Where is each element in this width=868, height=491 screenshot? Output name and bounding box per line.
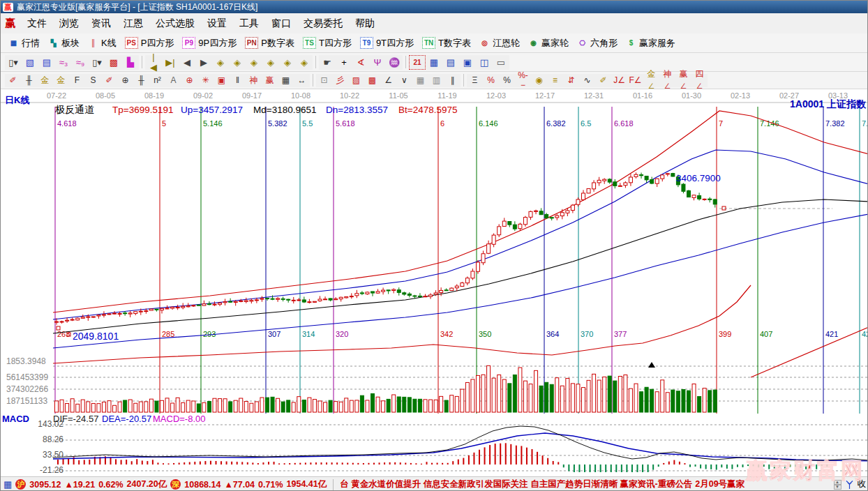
tool-percent-red[interactable]: %: [483, 74, 499, 87]
toolbar-quotes-button[interactable]: ▦行情: [5, 36, 43, 51]
menu-item-9[interactable]: 帮助: [349, 15, 381, 32]
tool-zoom-left[interactable]: ◈: [212, 55, 229, 70]
tool-printer[interactable]: ▭: [493, 55, 509, 70]
tool-j-angle[interactable]: J∠: [611, 74, 627, 87]
tool-zigzag-9[interactable]: ≈₉: [72, 55, 89, 70]
tool-gold-lines[interactable]: ≡: [547, 74, 563, 87]
tool-grid-lines[interactable]: ╫: [21, 74, 37, 87]
tool-shen-angle[interactable]: 神∠: [659, 74, 675, 87]
tool-gold-grid-2[interactable]: 金: [53, 74, 69, 87]
tool-red-star[interactable]: ✳: [197, 74, 214, 87]
tool-page-prev[interactable]: ◀: [179, 55, 195, 70]
toolbar-gann-wheel-button[interactable]: ◎江恩轮: [476, 36, 523, 51]
tool-zoom-v-out[interactable]: ◈: [296, 55, 313, 70]
tool-gold-circle[interactable]: ◉: [531, 74, 547, 87]
tool-pencil[interactable]: ✐: [5, 74, 21, 87]
toolbar-winner-wheel-button[interactable]: ◉赢家轮: [525, 36, 572, 51]
tool-candle-type-dropdown[interactable]: ▯▾: [89, 55, 105, 70]
toolbar-9t-square-button[interactable]: T99T四方形: [357, 36, 417, 51]
tool-zoom-v-in[interactable]: ◈: [279, 55, 296, 70]
tool-shen-grid[interactable]: 神: [246, 74, 262, 87]
tool-percent-line[interactable]: %­−: [515, 74, 531, 87]
tool-a-flag[interactable]: A: [165, 74, 181, 87]
tool-number-grid[interactable]: ▦: [278, 74, 294, 87]
tool-e-percent[interactable]: Ξ: [467, 74, 483, 87]
tool-calculator[interactable]: ▦: [426, 55, 442, 70]
tool-red-target[interactable]: ⊕: [181, 74, 197, 87]
tool-ying-grid[interactable]: 赢: [262, 74, 278, 87]
tool-percent[interactable]: %: [499, 74, 515, 87]
toolbar-winner-service-button[interactable]: $赢家服务: [622, 36, 679, 51]
tool-tick-marks[interactable]: ‖: [230, 74, 246, 87]
tool-gold-grid-1[interactable]: 金: [37, 74, 53, 87]
tool-v-line[interactable]: ∨: [396, 74, 412, 87]
tool-s-grid[interactable]: S: [85, 74, 101, 87]
tool-info-panel[interactable]: ▤: [38, 55, 55, 70]
tool-n-square[interactable]: n²: [149, 74, 165, 87]
tool-network[interactable]: ◫: [476, 55, 493, 70]
toolbar-p-square-button[interactable]: PSP四方形: [121, 36, 178, 51]
menu-item-0[interactable]: 文件: [21, 15, 53, 32]
tool-angle-line[interactable]: ∠: [380, 74, 396, 87]
tool-grid-box-1[interactable]: ▦: [412, 74, 428, 87]
tool-gold-pencil[interactable]: ✐: [595, 74, 611, 87]
tool-gann-shape-tool[interactable]: Ψ: [369, 55, 386, 70]
tool-crosshair-tool[interactable]: +: [336, 55, 352, 70]
toolbar-9p-square-button[interactable]: P99P四方形: [179, 36, 240, 51]
tool-pencil-red[interactable]: ✐: [101, 74, 117, 87]
tool-box-tool[interactable]: ⊡: [316, 74, 332, 87]
tool-parallel-lines[interactable]: ∥: [444, 74, 461, 87]
tool-arrows-updown[interactable]: ⇵: [563, 74, 579, 87]
tool-box-target[interactable]: ▣: [214, 74, 230, 87]
menu-item-7[interactable]: 窗口: [265, 15, 297, 32]
tool-zoom-h-out[interactable]: ◈: [246, 55, 262, 70]
toolbar-t-number-table-button[interactable]: TNT数字表: [419, 36, 474, 51]
spinner-down-icon[interactable]: ▼: [834, 485, 841, 490]
chart-area[interactable]: 07-2208-0508-1909-0209-1710-0810-2211-05…: [1, 89, 868, 476]
menu-item-8[interactable]: 交易委托: [297, 15, 349, 32]
tool-circle-target[interactable]: ⊕: [117, 74, 133, 87]
toolbar-t-square-button[interactable]: TST四方形: [299, 36, 355, 51]
menu-item-4[interactable]: 公式选股: [149, 15, 201, 32]
tool-grid-box-2[interactable]: ▥: [428, 74, 444, 87]
toolbar-kline-button[interactable]: ║K线: [84, 36, 120, 51]
tool-f-grid[interactable]: F: [69, 74, 85, 87]
menu-item-2[interactable]: 资讯: [85, 15, 117, 32]
tool-jump-first[interactable]: |◀: [145, 55, 162, 70]
tool-notes[interactable]: ▤: [442, 55, 459, 70]
tool-wave-line[interactable]: ∿: [579, 74, 595, 87]
tool-hatch-grid[interactable]: ╫: [133, 74, 149, 87]
tool-wave-box[interactable]: ▧: [22, 55, 38, 70]
tool-zoom-right[interactable]: ◈: [229, 55, 246, 70]
menu-item-3[interactable]: 江恩: [117, 15, 149, 32]
tool-hand-tool[interactable]: ☛: [319, 55, 336, 70]
tool-f-angle[interactable]: F∠: [627, 74, 643, 87]
toolbar-p-number-table-button[interactable]: PNP数字表: [241, 36, 298, 51]
tool-pattern-box[interactable]: ▩: [105, 55, 122, 70]
tool-gold-angle[interactable]: 金∠: [643, 74, 659, 87]
menu-item-5[interactable]: 设置: [201, 15, 233, 32]
tool-box-x[interactable]: ▨: [348, 74, 364, 87]
tool-jump-last[interactable]: ▶|: [162, 55, 179, 70]
tool-candle-style-dropdown[interactable]: ▯▾: [5, 55, 22, 70]
toolbar-hexagon-button[interactable]: ⎔六角形: [574, 36, 621, 51]
tool-zoom-h-in[interactable]: ◈: [262, 55, 279, 70]
menu-item-6[interactable]: 工具: [233, 15, 265, 32]
ticker-spinner[interactable]: ▲ ▼: [834, 480, 841, 490]
kline-chart[interactable]: 07-2208-0508-1909-0209-1710-0810-2211-05…: [1, 89, 868, 476]
tool-color-bars[interactable]: ▙: [122, 55, 139, 70]
tool-fan-lines[interactable]: 彡: [332, 74, 348, 87]
tool-zigzag-3[interactable]: ≈₃: [55, 55, 72, 70]
tool-ying-angle[interactable]: 赢∠: [675, 74, 691, 87]
collapse-button[interactable]: 收: [858, 478, 867, 490]
tool-si-angle[interactable]: 四∠: [691, 74, 708, 87]
market-grid-icon[interactable]: ▦: [3, 479, 12, 490]
tool-save[interactable]: ▣: [459, 55, 476, 70]
tool-page-next[interactable]: ▶: [195, 55, 212, 70]
spinner-up-icon[interactable]: ▲: [834, 480, 841, 485]
tool-box-dense[interactable]: ▩: [364, 74, 380, 87]
toolbar-sectors-button[interactable]: ▚板块: [45, 36, 83, 51]
menu-item-1[interactable]: 浏览: [53, 15, 85, 32]
tool-h-arrows[interactable]: ↔: [294, 74, 310, 87]
tool-wave-tool[interactable]: ♒: [386, 55, 403, 70]
